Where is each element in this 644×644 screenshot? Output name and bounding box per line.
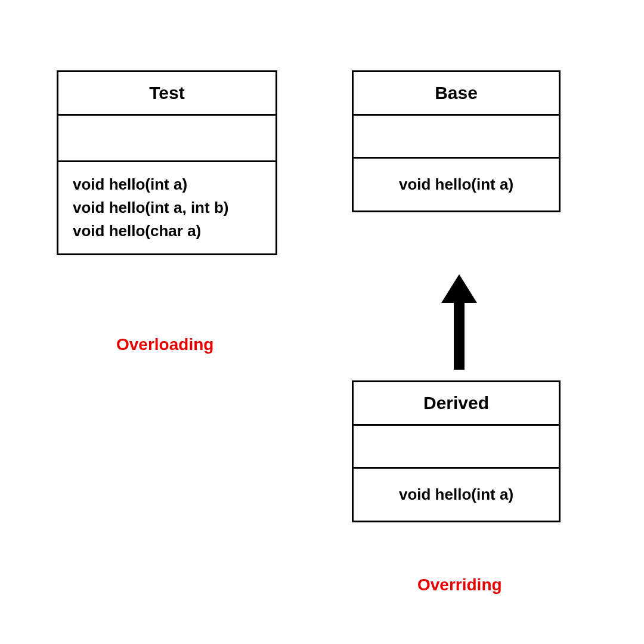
svg-marker-0 <box>441 274 477 303</box>
class-title: Base <box>354 72 559 116</box>
inheritance-arrow-icon <box>438 274 480 372</box>
class-methods: void hello(int a) <box>354 159 559 210</box>
method-line: void hello(int a) <box>73 173 261 196</box>
svg-rect-1 <box>454 301 465 370</box>
method-line: void hello(int a) <box>368 485 544 504</box>
class-methods: void hello(int a) <box>354 469 559 521</box>
class-title: Derived <box>354 382 559 426</box>
class-attributes-empty <box>354 426 559 469</box>
method-line: void hello(int a) <box>368 175 544 194</box>
class-attributes-empty <box>354 116 559 159</box>
class-title: Test <box>58 72 275 116</box>
method-line: void hello(char a) <box>73 219 261 243</box>
uml-class-test: Test void hello(int a) void hello(int a,… <box>57 70 277 255</box>
method-line: void hello(int a, int b) <box>73 196 261 219</box>
uml-class-derived: Derived void hello(int a) <box>352 380 561 522</box>
class-methods: void hello(int a) void hello(int a, int … <box>58 162 275 253</box>
uml-class-base: Base void hello(int a) <box>352 70 561 212</box>
overloading-label: Overloading <box>116 335 213 354</box>
overriding-label: Overriding <box>417 575 502 595</box>
class-attributes-empty <box>58 116 275 162</box>
